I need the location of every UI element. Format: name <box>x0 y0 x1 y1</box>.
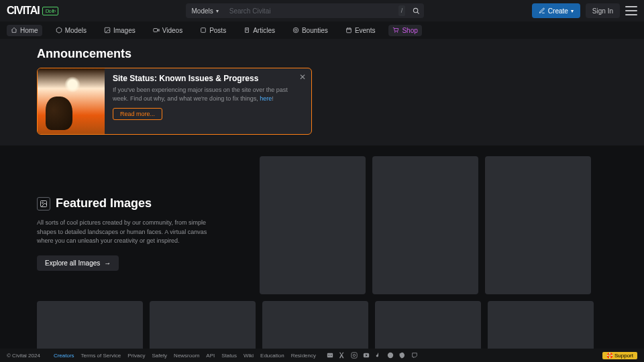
copyright: © Civitai 2024 <box>7 353 40 359</box>
nav-item-videos[interactable]: Videos <box>149 25 186 36</box>
shop-icon <box>392 27 399 34</box>
nav-item-events[interactable]: Events <box>341 25 380 36</box>
reddit-icon[interactable] <box>387 352 394 359</box>
search-shortcut-badge: / <box>398 5 406 16</box>
announcement-text: If you've been experiencing major issues… <box>113 86 303 103</box>
search-category-dropdown[interactable]: Models ▾ <box>186 3 223 18</box>
search-category-label: Models <box>191 7 213 15</box>
svg-point-0 <box>413 8 417 12</box>
search-input[interactable] <box>224 3 412 18</box>
svg-rect-7 <box>347 28 352 33</box>
search-button[interactable] <box>408 3 424 18</box>
nav-label: Articles <box>253 27 275 34</box>
image-tile[interactable] <box>260 156 366 294</box>
nav-label: Events <box>355 27 376 34</box>
image-tile[interactable] <box>372 156 478 294</box>
svg-rect-4 <box>201 28 206 33</box>
bounty-icon <box>292 27 299 34</box>
nav-item-bounties[interactable]: Bounties <box>288 25 332 36</box>
announcement-card: Site Status: Known Issues & Progress If … <box>37 68 312 135</box>
footer-link-wiki[interactable]: Wiki <box>244 353 254 359</box>
svg-point-12 <box>388 353 393 358</box>
announcements-heading: Announcements <box>37 47 607 61</box>
svg-point-5 <box>293 27 299 33</box>
nav-item-articles[interactable]: Articles <box>239 25 279 36</box>
svg-rect-3 <box>154 29 158 32</box>
support-button[interactable]: 🛟 Support <box>602 352 637 359</box>
create-label: Create <box>548 7 568 15</box>
chevron-down-icon: ▾ <box>216 8 219 14</box>
post-icon <box>200 27 207 34</box>
nav-item-models[interactable]: Models <box>52 25 91 36</box>
explore-label: Explore all Images <box>45 259 100 267</box>
nav-item-home[interactable]: Home <box>7 25 42 36</box>
youtube-icon[interactable] <box>363 352 370 359</box>
image-icon <box>104 27 111 34</box>
video-icon <box>153 27 160 34</box>
home-icon <box>11 27 17 34</box>
footer-link-newsroom[interactable]: Newsroom <box>174 353 199 359</box>
logo-badge[interactable]: Do It › <box>42 7 59 15</box>
footer-link-status[interactable]: Status <box>221 353 237 359</box>
nav-label: Bounties <box>302 27 328 34</box>
explore-images-button[interactable]: Explore all Images → <box>37 255 119 271</box>
pencil-icon <box>539 7 545 14</box>
svg-line-1 <box>417 11 419 13</box>
github-icon[interactable] <box>399 352 406 359</box>
featured-title: Featured Images <box>56 196 152 210</box>
read-more-button[interactable]: Read more... <box>113 108 162 120</box>
announcement-image <box>38 68 105 135</box>
tiktok-icon[interactable] <box>375 352 382 359</box>
nav-label: Videos <box>162 27 182 34</box>
nav-item-images[interactable]: Images <box>100 25 140 36</box>
svg-point-6 <box>294 29 297 31</box>
svg-rect-10 <box>352 353 357 358</box>
svg-point-9 <box>42 202 44 203</box>
logo-text: CIVITAI <box>7 5 40 17</box>
create-button[interactable]: Create ▾ <box>532 3 580 18</box>
menu-burger[interactable] <box>625 6 637 15</box>
event-icon <box>345 27 352 34</box>
chevron-down-icon: ▾ <box>571 8 574 14</box>
article-icon <box>244 27 250 34</box>
announcement-title: Site Status: Known Issues & Progress <box>113 74 303 83</box>
footer-link-creators[interactable]: Creators <box>54 353 74 359</box>
footer-link-api[interactable]: API <box>206 353 215 359</box>
nav-label: Home <box>20 27 38 34</box>
footer: © Civitai 2024 CreatorsTerms of ServiceP… <box>0 349 644 362</box>
footer-link-privacy[interactable]: Privacy <box>127 353 145 359</box>
nav-label: Images <box>113 27 136 34</box>
x-icon[interactable] <box>339 352 345 359</box>
footer-link-safety[interactable]: Safety <box>152 353 167 359</box>
image-tile[interactable] <box>485 156 591 294</box>
arrow-right-icon: → <box>104 259 111 267</box>
svg-point-11 <box>353 354 355 356</box>
discord-icon[interactable] <box>327 352 333 359</box>
announcement-link[interactable]: here <box>260 95 272 102</box>
nav-label: Shop <box>402 27 417 34</box>
logo[interactable]: CIVITAI Do It › <box>7 5 58 17</box>
instagram-icon[interactable] <box>351 352 358 359</box>
nav-label: Models <box>65 27 87 34</box>
close-icon[interactable]: ✕ <box>299 72 306 82</box>
featured-description: All sorts of cool pictures created by ou… <box>37 219 211 246</box>
cube-icon <box>56 27 62 34</box>
nav-item-shop[interactable]: Shop <box>388 25 421 36</box>
nav-label: Posts <box>209 27 226 34</box>
search-icon <box>413 7 420 15</box>
image-icon <box>37 197 50 210</box>
footer-link-residency[interactable]: Residency <box>291 353 316 359</box>
footer-link-education[interactable]: Education <box>260 353 284 359</box>
nav-item-posts[interactable]: Posts <box>196 25 230 36</box>
twitch-icon[interactable] <box>411 352 418 359</box>
signin-button[interactable]: Sign In <box>586 3 620 18</box>
footer-link-terms-of-service[interactable]: Terms of Service <box>81 353 121 359</box>
